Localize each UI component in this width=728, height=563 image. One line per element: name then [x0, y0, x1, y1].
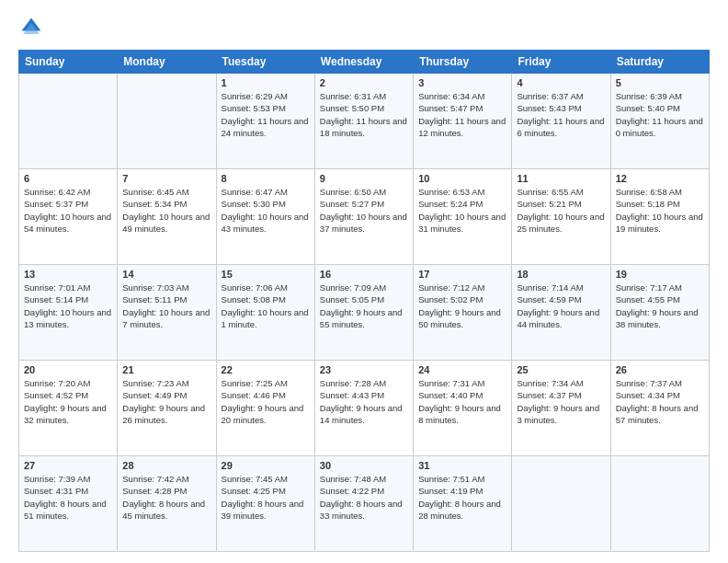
day-number: 30	[320, 460, 408, 471]
logo-icon	[18, 15, 44, 40]
calendar-cell: 17Sunrise: 7:12 AM Sunset: 5:02 PM Dayli…	[414, 265, 512, 361]
day-number: 4	[517, 77, 605, 88]
weekday-header-saturday: Saturday	[610, 51, 709, 74]
logo	[18, 15, 48, 40]
day-info: Sunrise: 7:42 AM Sunset: 4:28 PM Dayligh…	[122, 473, 210, 522]
calendar-cell: 25Sunrise: 7:34 AM Sunset: 4:37 PM Dayli…	[512, 361, 610, 456]
day-number: 13	[24, 269, 112, 280]
day-info: Sunrise: 7:01 AM Sunset: 5:14 PM Dayligh…	[24, 282, 112, 330]
calendar-table: SundayMondayTuesdayWednesdayThursdayFrid…	[18, 50, 710, 552]
day-info: Sunrise: 7:17 AM Sunset: 4:55 PM Dayligh…	[616, 282, 704, 330]
day-info: Sunrise: 7:03 AM Sunset: 5:11 PM Dayligh…	[122, 282, 210, 330]
calendar-cell: 8Sunrise: 6:47 AM Sunset: 5:30 PM Daylig…	[216, 169, 314, 265]
calendar-cell: 4Sunrise: 6:37 AM Sunset: 5:43 PM Daylig…	[512, 74, 610, 169]
calendar-cell	[19, 74, 118, 169]
day-info: Sunrise: 6:53 AM Sunset: 5:24 PM Dayligh…	[418, 186, 506, 235]
week-row-1: 1Sunrise: 6:29 AM Sunset: 5:53 PM Daylig…	[19, 74, 710, 169]
calendar-cell: 23Sunrise: 7:28 AM Sunset: 4:43 PM Dayli…	[314, 361, 413, 456]
calendar-cell: 12Sunrise: 6:58 AM Sunset: 5:18 PM Dayli…	[610, 169, 709, 265]
calendar-cell: 20Sunrise: 7:20 AM Sunset: 4:52 PM Dayli…	[19, 361, 118, 456]
day-info: Sunrise: 7:48 AM Sunset: 4:22 PM Dayligh…	[320, 473, 408, 522]
day-info: Sunrise: 7:51 AM Sunset: 4:19 PM Dayligh…	[418, 473, 506, 522]
day-number: 6	[24, 173, 112, 184]
day-number: 28	[122, 460, 210, 471]
day-info: Sunrise: 6:55 AM Sunset: 5:21 PM Dayligh…	[517, 186, 605, 235]
day-number: 16	[320, 269, 408, 280]
calendar-cell: 14Sunrise: 7:03 AM Sunset: 5:11 PM Dayli…	[118, 265, 216, 361]
calendar-cell: 9Sunrise: 6:50 AM Sunset: 5:27 PM Daylig…	[314, 169, 413, 265]
day-number: 17	[418, 269, 506, 280]
calendar-cell: 15Sunrise: 7:06 AM Sunset: 5:08 PM Dayli…	[216, 265, 314, 361]
calendar-cell	[512, 456, 610, 552]
day-info: Sunrise: 7:34 AM Sunset: 4:37 PM Dayligh…	[517, 377, 605, 426]
day-number: 23	[320, 364, 408, 375]
calendar-cell: 3Sunrise: 6:34 AM Sunset: 5:47 PM Daylig…	[414, 74, 512, 169]
calendar-body: 1Sunrise: 6:29 AM Sunset: 5:53 PM Daylig…	[19, 74, 710, 552]
calendar-cell: 18Sunrise: 7:14 AM Sunset: 4:59 PM Dayli…	[512, 265, 610, 361]
week-row-3: 13Sunrise: 7:01 AM Sunset: 5:14 PM Dayli…	[19, 265, 710, 361]
calendar-cell	[610, 456, 709, 552]
calendar-cell: 7Sunrise: 6:45 AM Sunset: 5:34 PM Daylig…	[118, 169, 216, 265]
day-info: Sunrise: 6:37 AM Sunset: 5:43 PM Dayligh…	[517, 90, 605, 139]
calendar-cell: 24Sunrise: 7:31 AM Sunset: 4:40 PM Dayli…	[414, 361, 512, 456]
day-info: Sunrise: 6:45 AM Sunset: 5:34 PM Dayligh…	[122, 186, 210, 235]
day-number: 5	[616, 77, 704, 88]
calendar-cell: 6Sunrise: 6:42 AM Sunset: 5:37 PM Daylig…	[19, 169, 118, 265]
day-info: Sunrise: 7:12 AM Sunset: 5:02 PM Dayligh…	[418, 282, 506, 330]
day-info: Sunrise: 7:23 AM Sunset: 4:49 PM Dayligh…	[122, 377, 210, 426]
day-info: Sunrise: 6:39 AM Sunset: 5:40 PM Dayligh…	[616, 90, 704, 139]
calendar-cell: 28Sunrise: 7:42 AM Sunset: 4:28 PM Dayli…	[118, 456, 216, 552]
calendar-cell: 26Sunrise: 7:37 AM Sunset: 4:34 PM Dayli…	[610, 361, 709, 456]
week-row-4: 20Sunrise: 7:20 AM Sunset: 4:52 PM Dayli…	[19, 361, 710, 456]
day-number: 22	[222, 364, 310, 375]
day-number: 26	[616, 364, 704, 375]
day-number: 11	[517, 173, 605, 184]
day-info: Sunrise: 6:29 AM Sunset: 5:53 PM Dayligh…	[222, 90, 310, 139]
day-info: Sunrise: 6:50 AM Sunset: 5:27 PM Dayligh…	[320, 186, 408, 235]
day-info: Sunrise: 7:45 AM Sunset: 4:25 PM Dayligh…	[222, 473, 310, 522]
weekday-header-tuesday: Tuesday	[216, 51, 314, 74]
day-number: 31	[418, 460, 506, 471]
day-number: 10	[418, 173, 506, 184]
day-number: 9	[320, 173, 408, 184]
day-info: Sunrise: 7:09 AM Sunset: 5:05 PM Dayligh…	[320, 282, 408, 330]
day-info: Sunrise: 6:58 AM Sunset: 5:18 PM Dayligh…	[616, 186, 704, 235]
calendar-cell: 30Sunrise: 7:48 AM Sunset: 4:22 PM Dayli…	[314, 456, 413, 552]
calendar-cell: 1Sunrise: 6:29 AM Sunset: 5:53 PM Daylig…	[216, 74, 314, 169]
calendar-cell: 13Sunrise: 7:01 AM Sunset: 5:14 PM Dayli…	[19, 265, 118, 361]
day-number: 2	[320, 77, 408, 88]
calendar-cell: 10Sunrise: 6:53 AM Sunset: 5:24 PM Dayli…	[414, 169, 512, 265]
day-number: 7	[122, 173, 210, 184]
day-info: Sunrise: 7:39 AM Sunset: 4:31 PM Dayligh…	[24, 473, 112, 522]
calendar-cell: 19Sunrise: 7:17 AM Sunset: 4:55 PM Dayli…	[610, 265, 709, 361]
day-number: 20	[24, 364, 112, 375]
calendar-cell: 31Sunrise: 7:51 AM Sunset: 4:19 PM Dayli…	[414, 456, 512, 552]
weekday-header-sunday: Sunday	[19, 51, 118, 74]
day-info: Sunrise: 6:34 AM Sunset: 5:47 PM Dayligh…	[418, 90, 506, 139]
calendar-cell: 21Sunrise: 7:23 AM Sunset: 4:49 PM Dayli…	[118, 361, 216, 456]
header	[18, 15, 710, 40]
day-info: Sunrise: 7:06 AM Sunset: 5:08 PM Dayligh…	[222, 282, 310, 330]
day-info: Sunrise: 6:42 AM Sunset: 5:37 PM Dayligh…	[24, 186, 112, 235]
weekday-header-row: SundayMondayTuesdayWednesdayThursdayFrid…	[19, 51, 710, 74]
day-info: Sunrise: 7:25 AM Sunset: 4:46 PM Dayligh…	[222, 377, 310, 426]
day-number: 15	[222, 269, 310, 280]
calendar-cell: 5Sunrise: 6:39 AM Sunset: 5:40 PM Daylig…	[610, 74, 709, 169]
weekday-header-wednesday: Wednesday	[314, 51, 413, 74]
day-number: 18	[517, 269, 605, 280]
day-info: Sunrise: 7:20 AM Sunset: 4:52 PM Dayligh…	[24, 377, 112, 426]
calendar-cell: 29Sunrise: 7:45 AM Sunset: 4:25 PM Dayli…	[216, 456, 314, 552]
calendar-cell: 11Sunrise: 6:55 AM Sunset: 5:21 PM Dayli…	[512, 169, 610, 265]
day-number: 29	[222, 460, 310, 471]
day-number: 12	[616, 173, 704, 184]
day-number: 3	[418, 77, 506, 88]
day-number: 1	[222, 77, 310, 88]
calendar-cell: 2Sunrise: 6:31 AM Sunset: 5:50 PM Daylig…	[314, 74, 413, 169]
day-number: 19	[616, 269, 704, 280]
day-info: Sunrise: 7:14 AM Sunset: 4:59 PM Dayligh…	[517, 282, 605, 330]
calendar-cell: 16Sunrise: 7:09 AM Sunset: 5:05 PM Dayli…	[314, 265, 413, 361]
weekday-header-friday: Friday	[512, 51, 610, 74]
day-number: 25	[517, 364, 605, 375]
calendar-cell: 27Sunrise: 7:39 AM Sunset: 4:31 PM Dayli…	[19, 456, 118, 552]
week-row-2: 6Sunrise: 6:42 AM Sunset: 5:37 PM Daylig…	[19, 169, 710, 265]
